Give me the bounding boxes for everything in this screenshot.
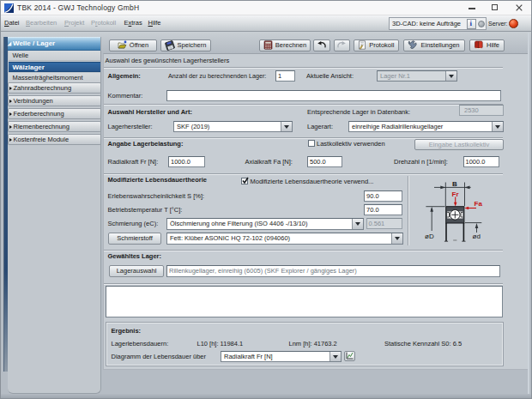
svg-text:Fa: Fa xyxy=(475,200,483,208)
svg-text:øD: øD xyxy=(425,233,434,240)
svg-text:Fr: Fr xyxy=(452,190,459,198)
svg-text:B: B xyxy=(452,180,457,188)
svg-text:ød: ød xyxy=(473,233,481,240)
